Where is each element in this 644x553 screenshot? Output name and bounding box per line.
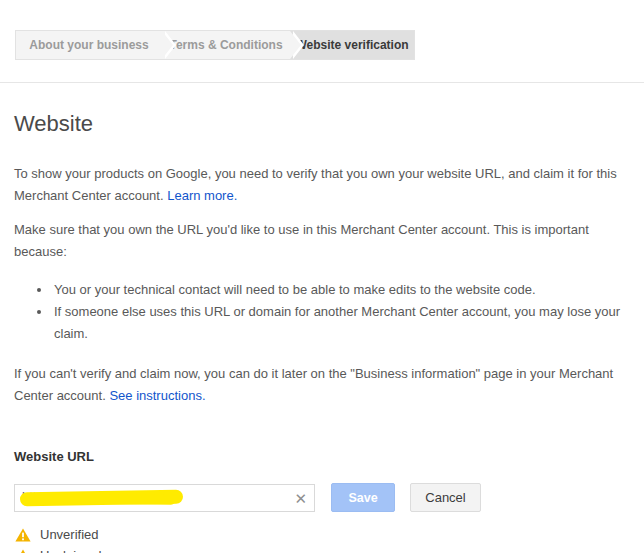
instructions: To show your products on Google, you nee… xyxy=(14,163,628,407)
page-title: Website xyxy=(14,111,644,137)
status-row-unclaimed: Unclaimed xyxy=(15,545,644,553)
save-button[interactable]: Save xyxy=(331,483,395,512)
status-label: Unclaimed xyxy=(40,548,101,553)
status-row-unverified: Unverified xyxy=(15,524,644,545)
url-form-row: http:// ✕ Save Cancel xyxy=(14,483,644,512)
step-label: About your business xyxy=(29,38,148,52)
verification-status-list: Unverified Unclaimed xyxy=(15,524,644,553)
warning-triangle-icon xyxy=(15,528,31,542)
see-instructions-link[interactable]: See instructions. xyxy=(109,388,205,403)
status-label: Unverified xyxy=(40,527,99,542)
step-label: Website verification xyxy=(295,38,408,52)
ownership-paragraph: Make sure that you own the URL you'd lik… xyxy=(14,219,628,263)
list-item: You or your technical contact will need … xyxy=(52,279,628,301)
intro-paragraph: To show your products on Google, you nee… xyxy=(14,163,628,207)
later-paragraph: If you can't verify and claim now, you c… xyxy=(14,363,628,407)
step-label: Terms & Conditions xyxy=(169,38,282,52)
website-url-input[interactable]: http:// ✕ xyxy=(14,484,315,512)
clear-input-icon[interactable]: ✕ xyxy=(294,489,307,508)
list-item: If someone else uses this URL or domain … xyxy=(52,301,628,345)
redaction-highlight xyxy=(24,493,176,505)
step-about-your-business[interactable]: About your business xyxy=(16,31,162,59)
website-url-label: Website URL xyxy=(14,449,644,464)
cancel-button[interactable]: Cancel xyxy=(410,483,481,512)
learn-more-link[interactable]: Learn more. xyxy=(167,188,237,203)
step-website-verification[interactable]: Website verification xyxy=(290,31,414,59)
onboarding-stepper: About your business Terms & Conditions W… xyxy=(15,30,415,60)
step-terms-and-conditions[interactable]: Terms & Conditions xyxy=(162,31,290,59)
warning-triangle-icon xyxy=(15,549,31,553)
header-divider xyxy=(0,82,644,83)
reasons-list: You or your technical contact will need … xyxy=(14,279,628,345)
